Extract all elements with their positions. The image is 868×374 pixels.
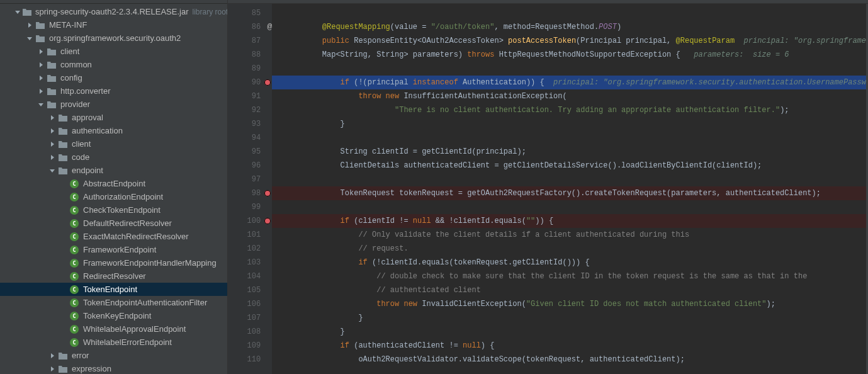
tree-folder-authentication[interactable]: authentication [0,124,227,137]
gutter-line[interactable]: 92 [228,103,272,117]
gutter-line[interactable]: 107 [228,311,272,325]
tree-folder-client[interactable]: client [0,137,227,150]
code-line[interactable]: if (authenticatedClient != null) { [272,339,866,353]
twisty-icon[interactable] [49,115,55,121]
tree-folder-config[interactable]: config [0,71,227,84]
twisty-icon[interactable] [38,88,44,94]
gutter-line[interactable]: 86@ [228,20,272,34]
twisty-icon[interactable] [49,167,55,174]
twisty-icon[interactable] [38,75,44,81]
gutter-line[interactable]: 85 [228,6,272,20]
code-line[interactable]: "There is no client authentication. Try … [272,103,866,117]
code-line[interactable] [272,62,866,76]
twisty-icon[interactable] [15,9,20,15]
code-line[interactable]: Map<String, String> parameters) throws H… [272,48,866,62]
tree-folder-endpoint[interactable]: endpoint [0,164,227,177]
tree-class-WhitelabelApprovalEndpoint[interactable]: CWhitelabelApprovalEndpoint [0,322,227,336]
tree-folder-expression[interactable]: expression [0,362,227,374]
gutter-line[interactable]: 101 [228,228,272,242]
tree-class-TokenEndpointAuthenticationFilter[interactable]: CTokenEndpointAuthenticationFilter [0,296,227,309]
twisty-icon[interactable] [38,101,44,108]
gutter-line[interactable]: 110 [228,353,272,366]
twisty-icon[interactable] [49,353,55,359]
gutter-line[interactable]: 103 [228,256,272,269]
tree-class-AbstractEndpoint[interactable]: CAbstractEndpoint [0,177,227,190]
gutter-line[interactable]: 106 [228,297,272,311]
breakpoint-icon[interactable] [264,218,271,224]
tree-folder-code[interactable]: code [0,150,227,164]
gutter-line[interactable]: 95 [228,145,272,159]
code-line[interactable]: // request. [272,242,866,256]
twisty-icon[interactable] [38,62,44,68]
tree-folder-http.converter[interactable]: http.converter [0,84,227,98]
tree-folder-error[interactable]: error [0,349,227,362]
code-line[interactable]: // double check to make sure that the cl… [272,269,866,283]
code-line[interactable]: if (!(principal instanceof Authenticatio… [272,76,866,89]
project-tool-window[interactable]: spring-security-oauth2-2.3.4.RELEASE.jar… [0,0,228,374]
code-line[interactable] [272,6,866,20]
code-line[interactable]: TokenRequest tokenRequest = getOAuth2Req… [272,186,866,200]
code-line[interactable] [272,131,866,145]
tree-class-TokenKeyEndpoint[interactable]: CTokenKeyEndpoint [0,309,227,322]
code-line[interactable]: } [272,325,866,339]
tree-class-AuthorizationEndpoint[interactable]: CAuthorizationEndpoint [0,190,227,203]
gutter-line[interactable]: 108 [228,325,272,339]
tree-folder-spring-security-oauth2-2.3.4.RELEASE.jar[interactable]: spring-security-oauth2-2.3.4.RELEASE.jar… [0,5,227,18]
tree-class-DefaultRedirectResolver[interactable]: CDefaultRedirectResolver [0,217,227,230]
gutter-line[interactable]: 88 [228,48,272,62]
code-line[interactable]: // authenticated client [272,283,866,297]
code-line[interactable]: @RequestMapping(value = "/oauth/token", … [272,20,866,34]
code-line[interactable]: if (!clientId.equals(tokenRequest.getCli… [272,256,866,269]
gutter-line[interactable]: 98 [228,186,272,200]
gutter-line[interactable]: 89 [228,62,272,76]
twisty-icon[interactable] [49,154,55,161]
code-line[interactable]: public ResponseEntity<OAuth2AccessToken>… [272,34,866,48]
code-area[interactable]: @RequestMapping(value = "/oauth/token", … [272,4,866,374]
gutter-line[interactable]: 100 [228,214,272,228]
code-line[interactable]: oAuth2RequestValidator.validateScope(tok… [272,353,866,366]
tree-class-ExactMatchRedirectResolver[interactable]: CExactMatchRedirectResolver [0,230,227,243]
tree-folder-common[interactable]: common [0,58,227,71]
twisty-icon[interactable] [49,128,55,134]
code-line[interactable]: } [272,117,866,131]
tree-class-WhitelabelErrorEndpoint[interactable]: CWhitelabelErrorEndpoint [0,336,227,349]
code-line[interactable] [272,173,866,186]
code-line[interactable]: ClientDetails authenticatedClient = getC… [272,159,866,173]
gutter-line[interactable]: 96 [228,159,272,173]
tree-class-FrameworkEndpointHandlerMapping[interactable]: CFrameworkEndpointHandlerMapping [0,256,227,269]
gutter-line[interactable]: 87 [228,34,272,48]
gutter-line[interactable]: 99 [228,200,272,214]
code-line[interactable]: } [272,311,866,325]
code-line[interactable]: if (clientId != null && !clientId.equals… [272,214,866,228]
tree-folder-provider[interactable]: provider [0,98,227,111]
tree-folder-client[interactable]: client [0,45,227,58]
gutter-line[interactable]: 104 [228,269,272,283]
twisty-icon[interactable] [49,141,55,147]
gutter-line[interactable]: 94 [228,131,272,145]
code-line[interactable]: throw new InsufficientAuthenticationExce… [272,89,866,103]
code-line[interactable]: throw new InvalidClientException("Given … [272,297,866,311]
code-line[interactable]: // Only validate the client details if a… [272,228,866,242]
gutter-line[interactable]: 91 [228,89,272,103]
breakpoint-icon[interactable] [264,79,271,86]
tree-class-RedirectResolver[interactable]: CRedirectResolver [0,269,227,283]
tree-class-TokenEndpoint[interactable]: CTokenEndpoint [0,283,227,296]
tree-folder-META-INF[interactable]: META-INF [0,18,227,31]
tree-folder-approval[interactable]: approval [0,111,227,124]
tree-folder-org.springframework.security.oauth2[interactable]: org.springframework.security.oauth2 [0,31,227,45]
twisty-icon[interactable] [26,22,33,28]
gutter-line[interactable]: 105 [228,283,272,297]
tree-class-FrameworkEndpoint[interactable]: CFrameworkEndpoint [0,243,227,256]
breakpoint-icon[interactable] [264,190,271,196]
gutter-line[interactable]: 102 [228,242,272,256]
twisty-icon[interactable] [26,35,33,42]
gutter-line[interactable]: 90 [228,76,272,89]
gutter-line[interactable]: 93 [228,117,272,131]
code-editor[interactable]: 8586@87888990919293949596979899100101102… [228,4,868,374]
twisty-icon[interactable] [38,48,44,55]
project-tree[interactable]: spring-security-oauth2-2.3.4.RELEASE.jar… [0,4,227,374]
gutter-line[interactable]: 109 [228,339,272,353]
gutter-line[interactable]: 97 [228,173,272,186]
gutter[interactable]: 8586@87888990919293949596979899100101102… [228,4,272,374]
tree-class-CheckTokenEndpoint[interactable]: CCheckTokenEndpoint [0,203,227,217]
